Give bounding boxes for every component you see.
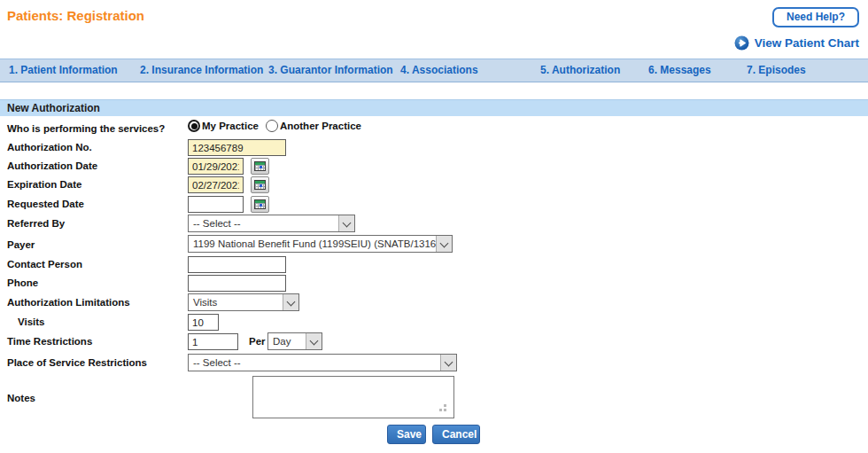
contact-person-input[interactable] [188, 256, 286, 273]
authorization-no-input[interactable] [188, 139, 286, 156]
visits-input[interactable] [188, 314, 219, 331]
contact-person-label: Contact Person [7, 259, 82, 269]
per-unit-select[interactable]: Day [267, 332, 322, 350]
expiration-date-calendar-button[interactable] [251, 176, 269, 193]
chevron-down-icon [338, 215, 354, 231]
need-help-button[interactable]: Need Help? [772, 7, 859, 27]
requested-date-calendar-button[interactable] [251, 196, 269, 213]
patients-registration-page: Patients: Registration Need Help? View P… [0, 0, 868, 453]
authorization-date-input[interactable] [188, 158, 244, 175]
notes-label: Notes [7, 393, 35, 403]
place-of-service-value: -- Select -- [189, 357, 440, 368]
play-arrow-icon [734, 35, 749, 51]
tab-episodes[interactable]: 7. Episodes [747, 59, 806, 82]
notes-textarea[interactable] [252, 376, 454, 418]
phone-label: Phone [7, 277, 38, 288]
chevron-down-icon [440, 355, 456, 371]
chevron-down-icon [436, 236, 452, 252]
payer-label: Payer [7, 239, 35, 250]
expiration-date-input[interactable] [188, 176, 244, 193]
section-title: New Authorization [7, 102, 100, 114]
tab-guarantor-information[interactable]: 3. Guarantor Information [268, 59, 393, 82]
authorization-limitations-value: Visits [189, 297, 283, 308]
tab-associations[interactable]: 4. Associations [400, 59, 478, 82]
place-of-service-label: Place of Service Restrictions [7, 357, 147, 368]
tab-messages[interactable]: 6. Messages [648, 59, 711, 82]
view-patient-chart-label: View Patient Chart [755, 36, 859, 50]
view-patient-chart-link[interactable]: View Patient Chart [734, 35, 859, 51]
radio-another-practice-label: Another Practice [280, 121, 361, 131]
registration-tabbar: 1. Patient Information 2. Insurance Info… [0, 59, 868, 82]
tab-patient-information[interactable]: 1. Patient Information [9, 59, 118, 82]
authorization-limitations-select[interactable]: Visits [188, 293, 299, 311]
who-performing-radio-group: My Practice Another Practice [188, 120, 365, 132]
new-authorization-section-header: New Authorization [0, 99, 868, 116]
time-restrictions-input[interactable] [188, 333, 238, 350]
tab-insurance-information[interactable]: 2. Insurance Information [140, 59, 263, 82]
visits-label: Visits [18, 316, 44, 327]
requested-date-input[interactable] [188, 196, 244, 213]
calendar-icon [254, 199, 266, 209]
per-unit-value: Day [268, 336, 306, 347]
tab-authorization[interactable]: 5. Authorization [540, 59, 620, 82]
phone-input[interactable] [188, 275, 286, 292]
authorization-no-label: Authorization No. [7, 142, 92, 152]
calendar-icon [254, 161, 266, 171]
chevron-down-icon [306, 333, 322, 349]
place-of-service-select[interactable]: -- Select -- [188, 354, 457, 371]
per-label: Per [249, 336, 266, 347]
requested-date-label: Requested Date [7, 199, 84, 209]
cancel-button[interactable]: Cancel [432, 425, 480, 444]
save-button[interactable]: Save [387, 425, 426, 444]
authorization-date-label: Authorization Date [7, 160, 97, 171]
payer-select[interactable]: 1199 National Benefit Fund (1199SEIU) (S… [188, 235, 453, 253]
authorization-limitations-label: Authorization Limitations [7, 297, 130, 308]
radio-my-practice-label: My Practice [202, 121, 259, 131]
radio-my-practice[interactable] [188, 120, 200, 132]
who-performing-label: Who is performing the services? [7, 123, 165, 134]
time-restrictions-label: Time Restrictions [7, 336, 92, 347]
authorization-date-calendar-button[interactable] [251, 158, 269, 175]
page-title: Patients: Registration [7, 8, 144, 23]
expiration-date-label: Expiration Date [7, 179, 81, 190]
referred-by-label: Referred By [7, 218, 65, 229]
payer-value: 1199 National Benefit Fund (1199SEIU) (S… [189, 238, 436, 249]
calendar-icon [254, 180, 266, 190]
referred-by-value: -- Select -- [189, 218, 338, 229]
radio-another-practice[interactable] [266, 120, 278, 132]
chevron-down-icon [283, 294, 298, 310]
referred-by-select[interactable]: -- Select -- [188, 215, 355, 232]
